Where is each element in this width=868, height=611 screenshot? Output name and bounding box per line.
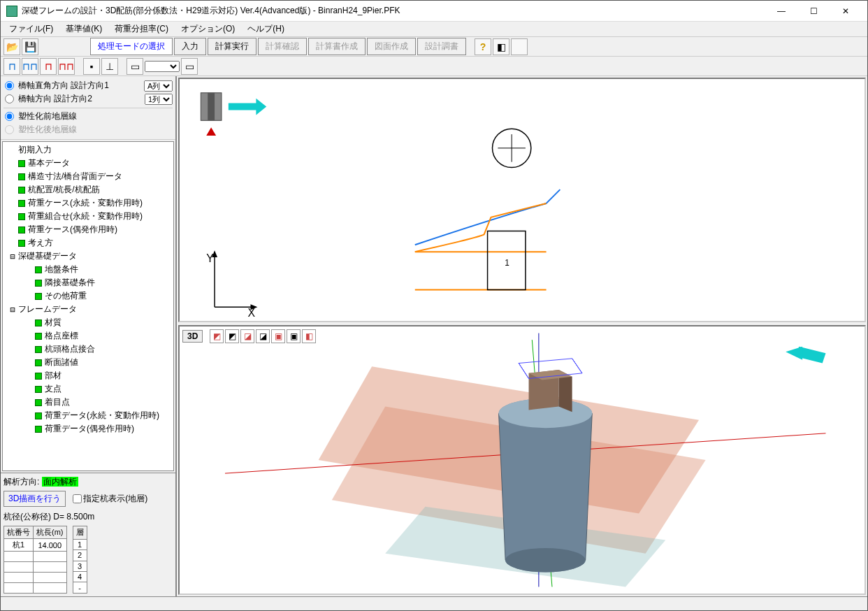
tree-adjacent[interactable]: 隣接基礎条件 — [4, 276, 172, 289]
svg-point-24 — [505, 548, 586, 572]
pile-table: 杭番号杭長(m) 杭114.000 — [3, 526, 67, 594]
tree-initial[interactable]: 初期入力 — [4, 143, 172, 157]
main-toolbar: 📂 💾 処理モードの選択 入力 計算実行 計算確認 計算書作成 図面作成 設計調… — [1, 37, 867, 57]
status-bar — [1, 596, 867, 610]
pile-diameter-label: 杭径(公称径) D= 8.500m — [3, 511, 173, 523]
tree-group-frame[interactable]: ⊟フレームデータ — [4, 303, 172, 316]
tree-load-acc[interactable]: 荷重ケース(偶発作用時) — [4, 223, 172, 236]
sidebar-bottom: 解析方向: 面内解析 3D描画を行う 指定杭表示(地層) 杭径(公称径) D= … — [1, 473, 175, 596]
menu-bar: ファイル(F) 基準値(K) 荷重分担率(C) オプション(O) ヘルプ(H) — [1, 22, 867, 37]
view-btn-3[interactable]: ⊓ — [40, 58, 57, 75]
save-button[interactable]: 💾 — [22, 38, 38, 55]
tree-joint[interactable]: 杭頭格点接合 — [4, 343, 172, 356]
tree-ground[interactable]: 地盤条件 — [4, 263, 172, 276]
radio-dir-1[interactable] — [5, 81, 14, 90]
analysis-dir-label: 解析方向: — [3, 477, 39, 487]
maximize-button[interactable]: ☐ — [797, 1, 830, 22]
view-select[interactable] — [145, 61, 180, 72]
view-2d[interactable]: Y X 1 — [178, 78, 866, 322]
tree-basic[interactable]: 基本データ — [4, 157, 172, 170]
svg-text:1: 1 — [505, 258, 509, 268]
menu-options[interactable]: オプション(O) — [175, 22, 240, 36]
svg-marker-2 — [229, 99, 266, 115]
tab-drawing[interactable]: 図面作成 — [367, 38, 416, 55]
view-toolbar: ⊓ ⊓⊓ ⊓ ⊓⊓ ▪ ⊥ ▭ ▭ — [1, 57, 867, 76]
tab-calc[interactable]: 計算実行 — [208, 38, 256, 55]
show-pile-label: 指定杭表示(地層) — [83, 493, 147, 505]
tree-material[interactable]: 材質 — [4, 316, 172, 329]
view-btn-4[interactable]: ⊓⊓ — [58, 58, 75, 75]
cube-btn-1[interactable]: ◩ — [210, 329, 224, 343]
view-btn-7[interactable]: ▭ — [126, 58, 143, 75]
svg-line-31 — [572, 359, 582, 373]
radio-dir-1-label: 橋軸直角方向 設計方向1 — [18, 80, 141, 92]
tree-group-foundation[interactable]: ⊟深礎基礎データ — [4, 250, 172, 263]
view-btn-8[interactable]: ▭ — [181, 58, 198, 75]
tree-view[interactable]: 初期入力 基本データ 構造寸法/橋台背面データ 杭配置/杭長/杭配筋 荷重ケース… — [2, 141, 174, 471]
cube-btn-4[interactable]: ◪ — [256, 329, 270, 343]
view-btn-6[interactable]: ⊥ — [101, 58, 118, 75]
app-icon — [6, 6, 17, 17]
close-button[interactable]: ✕ — [830, 1, 862, 22]
svg-text:X: X — [248, 307, 256, 319]
layer-table: 層 1 2 3 4 - — [73, 526, 87, 594]
open-button[interactable]: 📂 — [3, 38, 20, 55]
tree-coords[interactable]: 格点座標 — [4, 329, 172, 343]
svg-line-30 — [519, 364, 528, 379]
cube-btn-3[interactable]: ◪ — [240, 329, 254, 343]
menu-load[interactable]: 荷重分担率(C) — [109, 22, 174, 36]
tree-load-perm[interactable]: 荷重ケース(永続・変動作用時) — [4, 196, 172, 210]
radio-layer-pre[interactable] — [5, 112, 14, 121]
radio-layer-pre-label: 塑性化前地層線 — [18, 110, 77, 122]
radio-layer-post — [5, 125, 14, 134]
tab-adjust[interactable]: 設計調書 — [417, 38, 466, 55]
cube-btn-5[interactable]: ▣ — [271, 329, 285, 343]
view-btn-1[interactable]: ⊓ — [3, 58, 20, 75]
col-select-2[interactable]: 1列 — [145, 94, 173, 105]
cube-btn-2[interactable]: ◩ — [225, 329, 239, 343]
tree-concept[interactable]: 考え方 — [4, 236, 172, 250]
tree-member[interactable]: 部材 — [4, 369, 172, 382]
col-select-1[interactable]: A列 — [144, 80, 173, 92]
help-icon[interactable]: ? — [475, 38, 491, 55]
radio-layer-post-label: 塑性化後地層線 — [18, 124, 77, 136]
view-3d-label[interactable]: 3D — [182, 330, 203, 343]
radio-dir-2[interactable] — [5, 94, 14, 103]
svg-marker-33 — [786, 347, 802, 360]
svg-text:Y: Y — [206, 252, 214, 264]
tree-pile[interactable]: 杭配置/杭長/杭配筋 — [4, 183, 172, 196]
analysis-dir-value: 面内解析 — [42, 477, 78, 487]
tree-section[interactable]: 断面諸値 — [4, 356, 172, 369]
tab-select-mode[interactable]: 処理モードの選択 — [90, 38, 173, 55]
radio-dir-2-label: 橋軸方向 設計方向2 — [18, 93, 142, 105]
tab-confirm[interactable]: 計算確認 — [258, 38, 307, 55]
tree-other-load[interactable]: その他荷重 — [4, 289, 172, 303]
title-bar: 深礎フレームの設計・3D配筋(部分係数法・H29道示対応) Ver.4(Adva… — [1, 1, 867, 22]
svg-marker-3 — [206, 127, 216, 136]
svg-rect-1 — [208, 93, 215, 121]
view-btn-2[interactable]: ⊓⊓ — [22, 58, 38, 75]
minimize-button[interactable]: — — [765, 1, 797, 22]
tree-load-comb[interactable]: 荷重組合せ(永続・変動作用時) — [4, 210, 172, 223]
window-title: 深礎フレームの設計・3D配筋(部分係数法・H29道示対応) Ver.4(Adva… — [22, 5, 765, 17]
sidebar: 橋軸直角方向 設計方向1 A列 橋軸方向 設計方向2 1列 塑性化前地層線 塑性… — [1, 76, 177, 596]
cube-icon[interactable]: ◧ — [493, 38, 509, 55]
menu-help[interactable]: ヘルプ(H) — [242, 22, 290, 36]
tab-report[interactable]: 計算書作成 — [308, 38, 366, 55]
menu-file[interactable]: ファイル(F) — [3, 22, 59, 36]
tree-struct[interactable]: 構造寸法/橋台背面データ — [4, 170, 172, 183]
tree-support[interactable]: 支点 — [4, 382, 172, 396]
tree-load-data-acc[interactable]: 荷重データ(偶発作用時) — [4, 422, 172, 436]
view-3d-toolbar: 3D ◩ ◩ ◪ ◪ ▣ ▣ ◧ — [182, 329, 316, 343]
show-pile-checkbox[interactable] — [73, 494, 82, 503]
cube-btn-6[interactable]: ▣ — [287, 329, 301, 343]
draw-3d-button[interactable]: 3D描画を行う — [3, 491, 66, 507]
tree-target[interactable]: 着目点 — [4, 396, 172, 409]
tree-load-data-perm[interactable]: 荷重データ(永続・変動作用時) — [4, 409, 172, 422]
view-3d[interactable]: 3D ◩ ◩ ◪ ◪ ▣ ▣ ◧ — [178, 325, 866, 595]
view-btn-5[interactable]: ▪ — [83, 58, 100, 75]
menu-base[interactable]: 基準値(K) — [60, 22, 108, 36]
tab-input[interactable]: 入力 — [174, 38, 206, 55]
cube-btn-7[interactable]: ◧ — [302, 329, 316, 343]
blank-icon[interactable] — [511, 38, 528, 55]
